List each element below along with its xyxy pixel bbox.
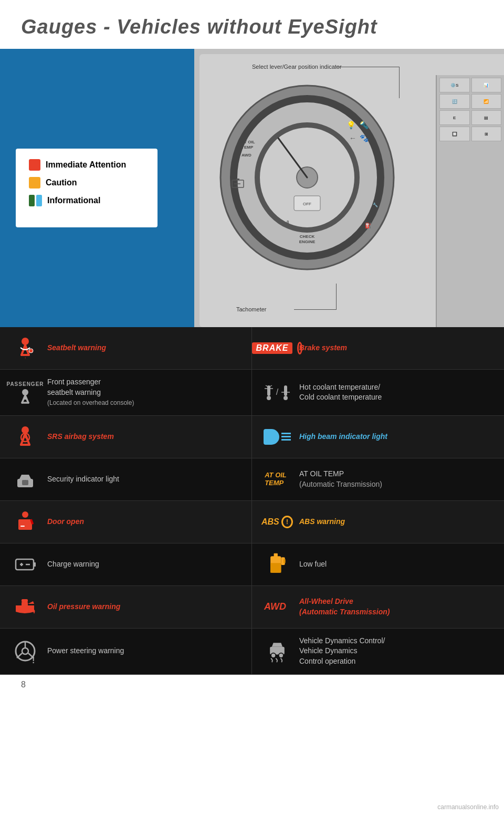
warning-cell-airbag: SRS airbag system — [0, 416, 252, 458]
legend-color-orange — [29, 177, 40, 189]
warning-cell-charge: Charge warning — [0, 543, 252, 585]
right-icon-cell-7: 🔲 — [439, 127, 470, 141]
warning-cell-steering: ! Power steering warning — [0, 629, 252, 674]
right-icon-cell-5: E — [439, 110, 470, 125]
warning-row-8: ! Power steering warning — [0, 629, 504, 675]
warning-cell-security: Security indicator light — [0, 458, 252, 500]
warning-row-4: Security indicator light AT OILTEMP AT O… — [0, 458, 504, 501]
abs-badge: ABS — [261, 517, 279, 527]
seatbelt-icon-wrap: ! — [9, 336, 41, 360]
awd-icon-wrap: AWD — [261, 601, 293, 612]
beam-line-2 — [281, 436, 291, 437]
legend-color-red — [29, 159, 40, 171]
oil-icon — [13, 595, 37, 619]
svg-text:ENGINE: ENGINE — [299, 239, 316, 244]
seatbelt-icon: ! — [13, 336, 37, 360]
vdc-icon-wrap — [261, 639, 293, 663]
svg-text:⛽: ⛽ — [365, 222, 372, 229]
warning-row-3: SRS airbag system High beam indicator li… — [0, 416, 504, 458]
select-lever-vline — [399, 67, 400, 98]
fuel-text: Low fuel — [299, 559, 495, 570]
passenger-icon — [15, 388, 36, 404]
svg-rect-50 — [18, 519, 32, 530]
atoil-badge: AT OILTEMP — [265, 472, 287, 487]
warnings-section: ! Seatbelt warning BRAKE ! Brake system … — [0, 327, 504, 675]
svg-text:!: ! — [32, 656, 35, 663]
tacho-v-line — [336, 284, 337, 310]
page-title: Gauges - Vehicles without EyeSight — [0, 0, 504, 49]
legend-item-immediate: Immediate Attention — [29, 159, 144, 171]
svg-text:AWD: AWD — [242, 153, 251, 158]
highbeam-icon-wrap — [261, 429, 293, 445]
warning-cell-seatbelt: ! Seatbelt warning — [0, 327, 252, 369]
select-lever-line — [336, 67, 399, 67]
diagram-inner-panel: Select lever/Gear position indicator OFF — [200, 54, 504, 327]
door-icon — [13, 510, 37, 534]
right-icon-cell-1: ⚙️S — [439, 78, 470, 92]
vdc-icon — [265, 639, 289, 663]
svg-point-23 — [22, 338, 29, 345]
legend-label-immediate: Immediate Attention — [46, 160, 126, 170]
svg-text:OFF: OFF — [303, 202, 311, 206]
svg-point-36 — [267, 396, 271, 400]
select-lever-label: Select lever/Gear position indicator — [252, 64, 342, 70]
legend-color-dual — [29, 195, 42, 206]
coolant-text: Hot coolant temperature/Cold coolant tem… — [299, 382, 495, 403]
page-number: 8 — [0, 675, 504, 695]
passenger-icon-wrap: PASSENGER — [9, 381, 41, 404]
svg-text:TEMP: TEMP — [242, 145, 254, 150]
warning-cell-door: Door open — [0, 501, 252, 543]
coolant-cold-icon — [280, 383, 291, 402]
svg-text:CHECK: CHECK — [300, 234, 315, 239]
charge-text: Charge warning — [47, 559, 242, 570]
svg-rect-52 — [20, 526, 25, 527]
awd-text: All-Wheel Drive(Automatic Transmission) — [299, 597, 495, 617]
svg-rect-63 — [22, 599, 28, 602]
steering-icon: ! — [13, 639, 37, 663]
steering-icon-wrap: ! — [9, 639, 41, 663]
abs-circle-icon: ! — [281, 516, 293, 528]
svg-text:←: ← — [349, 134, 356, 142]
door-icon-wrap — [9, 510, 41, 534]
steering-text: Power steering warning — [47, 646, 242, 656]
svg-rect-53 — [16, 559, 34, 570]
svg-point-72 — [279, 653, 284, 658]
atoil-icon-wrap: AT OILTEMP — [261, 472, 293, 487]
beam-line-1 — [281, 433, 291, 434]
warning-cell-passenger: PASSENGER Front passengerseatbelt warnin… — [0, 370, 252, 415]
beam-line-3 — [281, 439, 291, 441]
airbag-text: SRS airbag system — [47, 432, 242, 442]
charge-icon-wrap — [9, 552, 41, 577]
svg-point-28 — [29, 349, 33, 353]
warning-cell-fuel: Low fuel — [252, 543, 504, 585]
coolant-hot-icon — [264, 383, 274, 402]
right-icon-cell-6: ▤ — [471, 110, 502, 125]
fuel-icon — [265, 552, 289, 577]
brake-icon-wrap: BRAKE ! — [261, 342, 293, 354]
warning-row-7: Oil pressure warning AWD All-Wheel Drive… — [0, 586, 504, 629]
vdc-text: Vehicle Dynamics Control/Vehicle Dynamic… — [299, 636, 495, 667]
legend-box: Immediate Attention Caution Informationa… — [16, 149, 158, 227]
charge-icon — [13, 552, 37, 577]
brake-text: Brake system — [299, 343, 495, 353]
passenger-badge: PASSENGER — [6, 381, 44, 387]
legend-color-green — [29, 195, 35, 206]
svg-rect-11 — [236, 179, 239, 180]
warning-cell-highbeam: High beam indicator light — [252, 416, 504, 458]
oil-icon-wrap — [9, 595, 41, 619]
warning-cell-oil: Oil pressure warning — [0, 586, 252, 628]
legend-color-blue — [36, 195, 42, 206]
svg-rect-35 — [267, 385, 270, 396]
svg-rect-59 — [270, 563, 281, 572]
right-icon-cell-3: 🔢 — [439, 94, 470, 109]
oil-text: Oil pressure warning — [47, 602, 242, 612]
warning-cell-coolant: / Hot coolant temperature/Cold coolant t… — [252, 370, 504, 415]
svg-text:🐾: 🐾 — [360, 134, 369, 143]
seatbelt-warning-text: Seatbelt warning — [47, 343, 242, 353]
legend-label-caution: Caution — [46, 178, 77, 187]
warning-cell-abs: ABS ! ABS warning — [252, 501, 504, 543]
legend-label-info: Informational — [47, 196, 100, 205]
diagram-section: Immediate Attention Caution Informationa… — [0, 49, 504, 327]
svg-rect-62 — [284, 559, 286, 563]
security-icon-wrap — [9, 467, 41, 491]
